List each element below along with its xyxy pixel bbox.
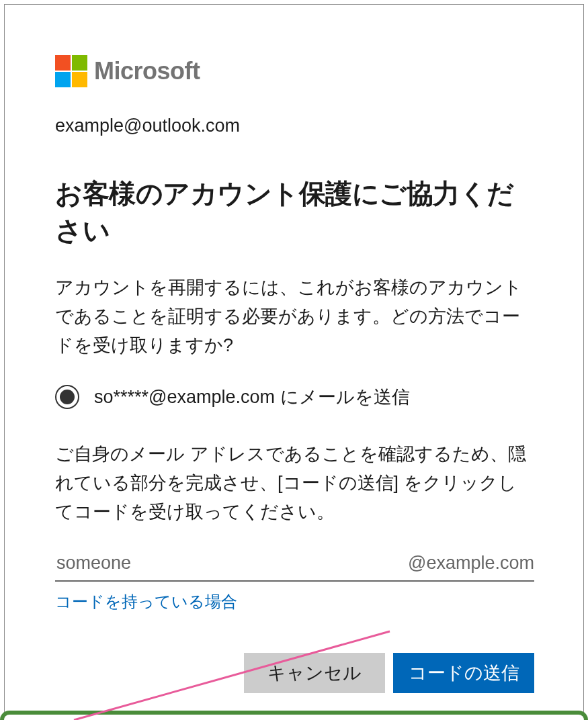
cancel-button[interactable]: キャンセル — [244, 653, 385, 693]
microsoft-logo-icon — [55, 55, 87, 87]
verification-option-radio[interactable]: so*****@example.com にメールを送信 — [55, 385, 534, 409]
email-domain-suffix: @example.com — [408, 553, 534, 574]
have-code-link[interactable]: コードを持っている場合 — [55, 591, 237, 613]
page-title: お客様のアカウント保護にご協力ください — [55, 175, 534, 249]
brand-name: Microsoft — [94, 57, 200, 85]
email-local-part-input[interactable] — [55, 550, 408, 576]
account-email: example@outlook.com — [55, 116, 534, 136]
send-code-button[interactable]: コードの送信 — [393, 653, 534, 693]
email-input-row: @example.com — [55, 550, 534, 582]
button-row: キャンセル コードの送信 — [55, 653, 534, 693]
brand-header: Microsoft — [55, 55, 534, 87]
bottom-tab-decoration — [0, 711, 588, 720]
radio-label: so*****@example.com にメールを送信 — [94, 385, 410, 409]
radio-selected-icon — [55, 385, 79, 409]
instruction-text: ご自身のメール アドレスであることを確認するため、隠れている部分を完成させ、[コ… — [55, 440, 534, 526]
description-text: アカウントを再開するには、これがお客様のアカウントであることを証明する必要があり… — [55, 273, 534, 359]
